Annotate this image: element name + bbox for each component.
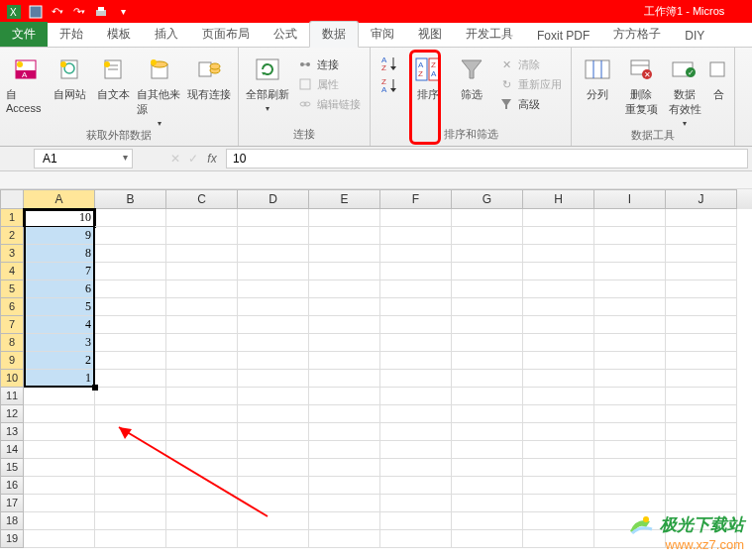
cell-J4[interactable]	[666, 263, 737, 280]
cell-D11[interactable]	[238, 388, 309, 405]
excel-icon[interactable]: X	[4, 3, 24, 21]
cell-E8[interactable]	[309, 334, 380, 352]
cell-A9[interactable]: 2	[24, 352, 95, 370]
row-header-18[interactable]: 18	[0, 512, 24, 530]
row-header-6[interactable]: 6	[0, 298, 24, 316]
cell-A13[interactable]	[24, 423, 95, 441]
cell-C15[interactable]	[166, 459, 238, 477]
cell-I15[interactable]	[594, 459, 666, 477]
cell-H8[interactable]	[523, 334, 594, 352]
tab-公式[interactable]: 公式	[262, 22, 309, 47]
col-header-J[interactable]: J	[666, 189, 737, 209]
row-header-19[interactable]: 19	[0, 530, 24, 548]
cell-J5[interactable]	[666, 280, 737, 298]
cell-J9[interactable]	[666, 352, 737, 370]
cell-A5[interactable]: 6	[24, 280, 95, 298]
refresh-all-button[interactable]: 全部刷新▾	[245, 52, 290, 113]
cell-G10[interactable]	[452, 370, 523, 388]
cell-G8[interactable]	[452, 334, 523, 352]
cell-B18[interactable]	[95, 512, 166, 530]
cell-H2[interactable]	[523, 227, 594, 245]
cell-C19[interactable]	[166, 530, 238, 548]
cell-B9[interactable]	[95, 352, 166, 370]
cell-I12[interactable]	[594, 405, 666, 423]
tab-file[interactable]: 文件	[0, 22, 48, 47]
tab-页面布局[interactable]: 页面布局	[190, 22, 262, 47]
tab-插入[interactable]: 插入	[143, 22, 190, 47]
reapply-button[interactable]: ↻重新应用	[495, 75, 565, 93]
cell-E16[interactable]	[309, 477, 380, 495]
tab-Foxit PDF[interactable]: Foxit PDF	[525, 25, 601, 47]
cell-E3[interactable]	[309, 245, 380, 263]
redo-icon[interactable]: ↷▾	[69, 3, 89, 21]
cell-D19[interactable]	[238, 530, 309, 548]
cell-F2[interactable]	[380, 227, 452, 245]
cell-J7[interactable]	[666, 316, 737, 334]
cell-A3[interactable]: 8	[24, 245, 95, 263]
cell-F4[interactable]	[380, 263, 452, 280]
data-validation-button[interactable]: ✓数据 有效性▾	[665, 52, 704, 128]
row-header-2[interactable]: 2	[0, 227, 24, 245]
print-icon[interactable]	[91, 3, 111, 21]
row-header-17[interactable]: 17	[0, 495, 24, 512]
cell-H19[interactable]	[523, 530, 594, 548]
clear-filter-button[interactable]: ✕清除	[495, 56, 565, 73]
cell-F5[interactable]	[380, 280, 452, 298]
formula-bar[interactable]: 10	[226, 149, 748, 168]
cell-G11[interactable]	[452, 388, 523, 405]
qat-more-icon[interactable]: ▾	[113, 3, 133, 21]
cell-D15[interactable]	[238, 459, 309, 477]
cell-B14[interactable]	[95, 441, 166, 459]
cell-C10[interactable]	[166, 370, 238, 388]
cell-D6[interactable]	[238, 298, 309, 316]
row-header-4[interactable]: 4	[0, 263, 24, 280]
cell-C11[interactable]	[166, 388, 238, 405]
select-all-corner[interactable]	[0, 189, 24, 209]
cell-D16[interactable]	[238, 477, 309, 495]
cell-B7[interactable]	[95, 316, 166, 334]
cell-C14[interactable]	[166, 441, 238, 459]
col-header-H[interactable]: H	[523, 189, 594, 209]
row-header-11[interactable]: 11	[0, 388, 24, 405]
cell-E1[interactable]	[309, 209, 380, 227]
col-header-G[interactable]: G	[452, 189, 523, 209]
cell-B2[interactable]	[95, 227, 166, 245]
cell-F13[interactable]	[380, 423, 452, 441]
cell-G3[interactable]	[452, 245, 523, 263]
from-text-button[interactable]: 自文本	[93, 52, 133, 102]
properties-button[interactable]: 属性	[294, 75, 364, 93]
cell-J13[interactable]	[666, 423, 737, 441]
row-header-8[interactable]: 8	[0, 334, 24, 352]
filter-button[interactable]: 筛选	[452, 52, 491, 102]
cell-I13[interactable]	[594, 423, 666, 441]
cell-G16[interactable]	[452, 477, 523, 495]
existing-conn-button[interactable]: 现有连接	[186, 52, 232, 102]
cell-H1[interactable]	[523, 209, 594, 227]
cell-B17[interactable]	[95, 495, 166, 512]
col-header-C[interactable]: C	[166, 189, 238, 209]
cell-D12[interactable]	[238, 405, 309, 423]
cell-A15[interactable]	[24, 459, 95, 477]
cell-I11[interactable]	[594, 388, 666, 405]
col-header-E[interactable]: E	[309, 189, 380, 209]
cell-I14[interactable]	[594, 441, 666, 459]
cell-B13[interactable]	[95, 423, 166, 441]
row-header-15[interactable]: 15	[0, 459, 24, 477]
cell-A6[interactable]: 5	[24, 298, 95, 316]
cell-C18[interactable]	[166, 512, 238, 530]
cell-B3[interactable]	[95, 245, 166, 263]
row-header-7[interactable]: 7	[0, 316, 24, 334]
cell-F16[interactable]	[380, 477, 452, 495]
cell-J14[interactable]	[666, 441, 737, 459]
cell-E2[interactable]	[309, 227, 380, 245]
cell-B6[interactable]	[95, 298, 166, 316]
cell-I4[interactable]	[594, 263, 666, 280]
cell-E4[interactable]	[309, 263, 380, 280]
row-header-12[interactable]: 12	[0, 405, 24, 423]
cell-D14[interactable]	[238, 441, 309, 459]
cell-E7[interactable]	[309, 316, 380, 334]
cell-I17[interactable]	[594, 495, 666, 512]
cell-I8[interactable]	[594, 334, 666, 352]
cell-D8[interactable]	[238, 334, 309, 352]
cell-D4[interactable]	[238, 263, 309, 280]
